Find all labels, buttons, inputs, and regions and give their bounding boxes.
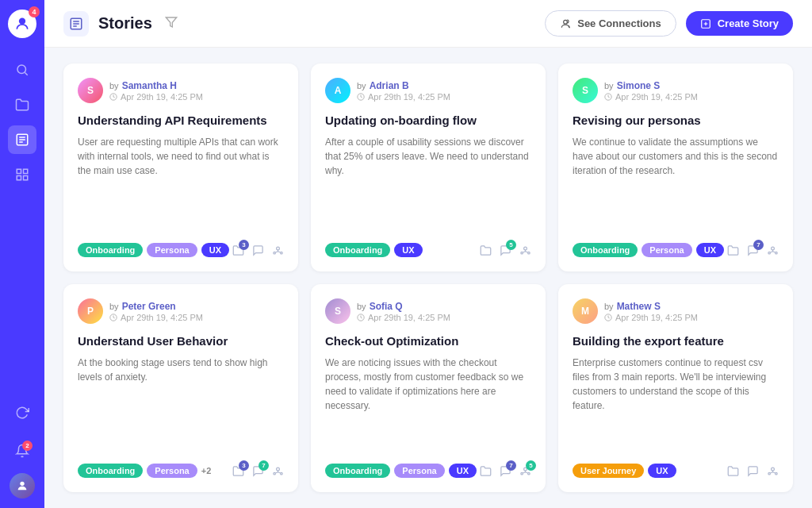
svg-point-19 (528, 252, 530, 254)
story-card-3: S by Simone S Apr 29th 19, 4:25 PM Revis… (558, 64, 793, 271)
svg-rect-4 (24, 169, 28, 173)
card-tags-4: Onboarding Persona +2 (78, 464, 211, 478)
comment-action-6[interactable] (747, 465, 759, 477)
comment-action-4[interactable]: 7 (252, 465, 264, 477)
svg-point-26 (274, 472, 276, 475)
sidebar-item-bell[interactable]: 2 (8, 437, 36, 465)
svg-point-33 (772, 468, 775, 471)
tag-onboarding-4[interactable]: Onboarding (78, 464, 143, 478)
comment-action-2[interactable]: 5 (500, 244, 511, 256)
tag-ux-6[interactable]: UX (648, 464, 676, 478)
comment-action-1[interactable] (252, 244, 264, 256)
svg-point-22 (768, 252, 771, 254)
folder-action-2[interactable] (480, 244, 492, 256)
card-title-4: Understand User Behavior (78, 333, 284, 349)
folder-action-1[interactable]: 3 (232, 244, 244, 256)
card-date-3: Apr 29th 19, 4:25 PM (604, 92, 698, 102)
sidebar-item-search[interactable] (8, 56, 36, 84)
user-avatar[interactable] (10, 473, 35, 498)
tag-ux-3[interactable]: UX (696, 243, 724, 257)
card-date-4: Apr 29th 19, 4:25 PM (109, 313, 203, 322)
card-meta-5: by Sofia Q Apr 29th 19, 4:25 PM (357, 301, 450, 322)
comment-badge-3: 7 (753, 240, 764, 250)
svg-point-18 (521, 252, 523, 254)
network-action-1[interactable] (272, 244, 284, 256)
sidebar-item-stories[interactable] (8, 125, 36, 154)
network-action-3[interactable] (767, 244, 779, 256)
tag-ux-2[interactable]: UX (394, 243, 422, 257)
card-header-5: S by Sofia Q Apr 29th 19, 4:25 PM (325, 298, 531, 324)
page-title: Stories (98, 14, 152, 33)
tag-onboarding-1[interactable]: Onboarding (78, 243, 143, 257)
folder-action-6[interactable] (727, 465, 739, 477)
author-avatar-6: M (573, 298, 598, 324)
logo-badge: 4 (29, 6, 40, 17)
card-footer-2: Onboarding UX 5 (325, 243, 531, 257)
network-action-5[interactable]: 5 (519, 465, 531, 477)
folder-action-5[interactable] (480, 465, 492, 477)
card-title-3: Revising our personas (573, 113, 779, 129)
tag-onboarding-3[interactable]: Onboarding (573, 243, 638, 257)
card-title-6: Building the export feature (573, 333, 779, 349)
card-date-1: Apr 29th 19, 4:25 PM (109, 92, 203, 102)
card-desc-2: After a couple of usability sessions we … (325, 135, 531, 233)
card-date-2: Apr 29th 19, 4:25 PM (357, 92, 450, 102)
network-action-6[interactable] (767, 465, 779, 477)
comment-badge-4: 7 (259, 460, 269, 471)
card-tags-1: Onboarding Persona UX (78, 243, 229, 257)
svg-point-35 (776, 472, 778, 475)
card-actions-6 (727, 465, 779, 477)
sidebar-item-refresh[interactable] (8, 398, 36, 427)
sidebar-item-folder[interactable] (8, 90, 36, 119)
page-header: Stories See Connections Create Story (44, 0, 812, 48)
svg-point-7 (20, 482, 24, 486)
folder-action-4[interactable]: 3 (232, 465, 244, 477)
card-actions-5: 7 5 (480, 465, 531, 477)
sidebar-item-grid[interactable] (8, 160, 36, 189)
stories-grid: S by Samantha H Apr 29th 19, 4:25 PM Und… (44, 48, 812, 508)
tag-persona-3[interactable]: Persona (642, 243, 691, 257)
comment-action-5[interactable]: 7 (500, 465, 511, 477)
tag-persona-4[interactable]: Persona (147, 464, 197, 478)
author-name-1: Samantha H (122, 80, 177, 91)
comment-action-3[interactable]: 7 (747, 244, 759, 256)
card-actions-1: 3 (232, 244, 284, 256)
author-name-6: Mathew S (617, 301, 661, 312)
card-tags-2: Onboarding UX (325, 243, 423, 257)
tag-ux-1[interactable]: UX (201, 243, 229, 257)
notification-badge: 2 (22, 441, 33, 451)
svg-point-27 (281, 472, 283, 475)
author-name-4: Peter Green (122, 301, 176, 312)
svg-point-17 (524, 247, 527, 250)
app-logo[interactable]: 4 (8, 10, 36, 38)
tag-more-4: +2 (201, 466, 212, 475)
network-badge-5: 5 (526, 460, 536, 471)
author-name-3: Simone S (617, 80, 661, 91)
svg-rect-5 (17, 176, 21, 180)
svg-rect-6 (24, 176, 28, 180)
tag-onboarding-5[interactable]: Onboarding (325, 464, 390, 478)
story-card-1: S by Samantha H Apr 29th 19, 4:25 PM Und… (63, 64, 298, 271)
tag-onboarding-2[interactable]: Onboarding (325, 243, 390, 257)
network-action-4[interactable] (272, 465, 284, 477)
card-desc-6: Enterprise customers continue to request… (573, 356, 779, 453)
card-title-1: Understanding API Requirements (78, 113, 284, 129)
card-actions-3: 7 (727, 244, 779, 256)
folder-action-3[interactable] (727, 244, 739, 256)
card-date-5: Apr 29th 19, 4:25 PM (357, 313, 450, 322)
tag-ux-5[interactable]: UX (449, 464, 477, 478)
svg-point-0 (19, 18, 25, 25)
see-connections-button[interactable]: See Connections (545, 10, 676, 37)
card-desc-4: At the booking stage users tend to show … (78, 356, 284, 453)
filter-icon[interactable] (165, 16, 178, 32)
author-avatar-2: A (325, 78, 350, 103)
tag-persona-1[interactable]: Persona (147, 243, 197, 257)
svg-point-23 (776, 252, 778, 254)
card-tags-5: Onboarding Persona UX (325, 464, 477, 478)
tag-persona-5[interactable]: Persona (394, 464, 444, 478)
create-story-button[interactable]: Create Story (686, 11, 793, 36)
story-card-6: M by Mathew S Apr 29th 19, 4:25 PM Build… (558, 284, 793, 492)
network-action-2[interactable] (519, 244, 531, 256)
tag-user-journey-6[interactable]: User Journey (573, 464, 644, 478)
card-actions-2: 5 (480, 244, 531, 256)
